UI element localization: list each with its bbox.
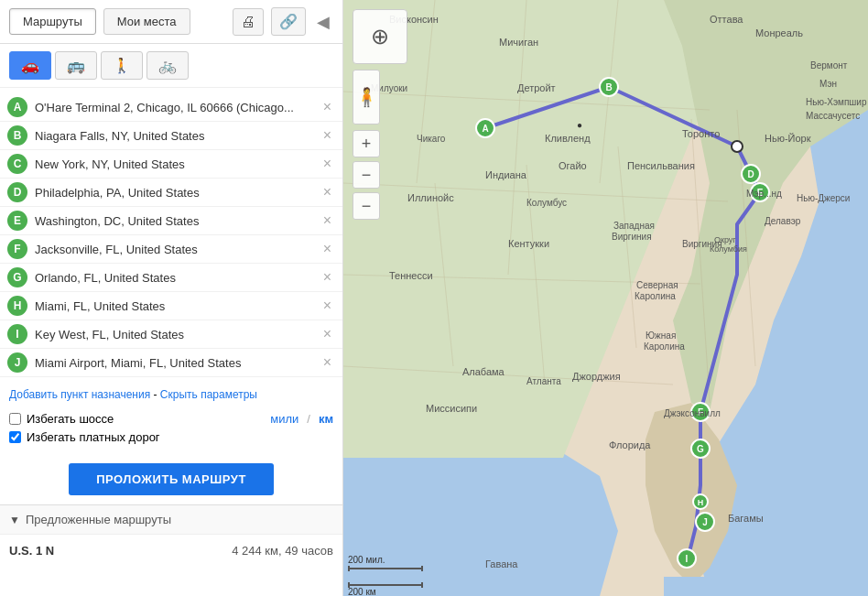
svg-text:D: D (747, 169, 754, 179)
waypoint-close-i[interactable]: × (320, 326, 335, 342)
waypoint-input-i[interactable] (35, 328, 320, 341)
my-places-button[interactable]: Мои места (103, 8, 190, 35)
zoom-out-button[interactable]: − (353, 161, 380, 189)
waypoint-input-b[interactable] (35, 129, 320, 143)
svg-text:I: I (686, 554, 689, 564)
zoom-in-button[interactable]: + (353, 130, 380, 157)
waypoint-input-g[interactable] (35, 271, 320, 285)
waypoint-letter-a: A (7, 97, 27, 117)
avoid-tolls-checkbox[interactable] (9, 431, 21, 443)
svg-text:Массачусетс: Массачусетс (806, 111, 860, 121)
units-sep: / (307, 412, 310, 426)
svg-text:Детройт: Детройт (517, 82, 556, 93)
waypoint-close-j[interactable]: × (320, 354, 335, 371)
map-area[interactable]: A B D E F G H I J Оттав (343, 0, 868, 596)
zoom-extra-button[interactable]: − (353, 192, 380, 220)
waypoint-row: E× (0, 207, 342, 235)
routes-button[interactable]: Маршруты (9, 8, 96, 35)
left-panel: Маршруты Мои места 🖨 🔗 ◀ 🚗 🚌 🚶 🚲 A×B×C×D… (0, 0, 343, 596)
travel-mode-transit[interactable]: 🚌 (55, 51, 97, 80)
waypoint-input-d[interactable] (35, 186, 320, 200)
zoom-controls: + − − (353, 130, 407, 220)
svg-text:Алабама: Алабама (462, 366, 505, 377)
miles-link[interactable]: мили (270, 412, 298, 426)
svg-rect-79 (348, 566, 350, 571)
route-distance: 4 244 км, 49 часов (232, 544, 333, 558)
svg-point-21 (732, 141, 743, 152)
svg-text:Гавана: Гавана (485, 558, 518, 569)
svg-text:Иллинойс: Иллинойс (407, 192, 454, 203)
svg-text:Нью-Джерси: Нью-Джерси (797, 193, 850, 203)
add-destination-link[interactable]: Добавить пункт назначения (9, 388, 150, 401)
travel-mode-walk[interactable]: 🚶 (101, 51, 143, 80)
waypoint-letter-c: C (7, 154, 27, 174)
waypoint-close-d[interactable]: × (320, 184, 335, 200)
svg-text:Нью-Хэмпшир: Нью-Хэмпшир (806, 97, 867, 107)
avoid-highways-label: Избегать шоссе (27, 412, 114, 426)
waypoint-input-f[interactable] (35, 243, 320, 256)
waypoint-close-h[interactable]: × (320, 298, 335, 314)
waypoint-input-e[interactable] (35, 214, 320, 228)
svg-text:A: A (482, 124, 488, 134)
waypoint-row: I× (0, 320, 342, 349)
map-controls: ⊕ 🧍 + − − (353, 9, 407, 220)
svg-text:G: G (697, 444, 704, 454)
svg-text:Оттава: Оттава (710, 14, 743, 25)
svg-text:Виргиния: Виргиния (612, 232, 652, 242)
travel-mode-bike[interactable]: 🚲 (146, 51, 189, 80)
avoid-highways-checkbox[interactable] (9, 413, 21, 425)
svg-text:Чикаго: Чикаго (417, 134, 446, 144)
waypoint-row: G× (0, 264, 342, 292)
collapse-arrow[interactable]: ◀ (313, 8, 333, 36)
svg-text:Западная: Западная (613, 221, 655, 231)
waypoint-input-a[interactable] (35, 101, 320, 114)
waypoint-letter-h: H (7, 296, 27, 316)
svg-text:Индиана: Индиана (485, 169, 527, 180)
svg-rect-82 (348, 584, 421, 586)
svg-text:Северная: Северная (636, 280, 678, 290)
options-section: Избегать шоссе мили / км Избегать платны… (0, 406, 342, 454)
svg-text:Пенсильвания: Пенсильвания (627, 160, 695, 171)
route-result-row: U.S. 1 N 4 244 км, 49 часов (9, 544, 333, 558)
street-view-button[interactable]: 🧍 (353, 70, 380, 125)
travel-modes: 🚗 🚌 🚶 🚲 (0, 44, 342, 88)
waypoint-row: H× (0, 292, 342, 320)
waypoint-close-a[interactable]: × (320, 99, 335, 115)
pan-control[interactable]: ⊕ (353, 9, 407, 64)
svg-text:Колумбус: Колумбус (526, 198, 567, 208)
waypoint-close-f[interactable]: × (320, 241, 335, 257)
svg-text:Южная: Южная (646, 331, 676, 341)
travel-mode-car[interactable]: 🚗 (9, 51, 51, 80)
avoid-highways-row: Избегать шоссе мили / км (9, 412, 333, 426)
waypoint-row: C× (0, 150, 342, 179)
route-name: U.S. 1 N (9, 544, 54, 558)
waypoint-letter-j: J (7, 352, 27, 373)
svg-text:Нью-Йорк: Нью-Йорк (765, 133, 811, 144)
print-button[interactable]: 🖨 (233, 8, 264, 36)
waypoint-letter-b: B (7, 125, 27, 146)
waypoint-close-g[interactable]: × (320, 269, 335, 286)
calculate-route-button[interactable]: ПРОЛОЖИТЬ МАРШРУТ (69, 463, 274, 495)
waypoints-list: A×B×C×D×E×F×G×H×I×J× (0, 88, 342, 383)
suggested-arrow-icon: ▼ (9, 514, 20, 526)
top-nav: Маршруты Мои места 🖨 🔗 ◀ (0, 0, 342, 44)
svg-text:Джэксонвилл: Джэксонвилл (664, 408, 721, 418)
suggested-routes-title: Предложенные маршруты (26, 513, 171, 526)
svg-text:Кентукки: Кентукки (508, 238, 549, 249)
svg-text:Огайо: Огайо (559, 160, 587, 171)
waypoint-close-e[interactable]: × (320, 212, 335, 229)
waypoint-close-b[interactable]: × (320, 127, 335, 144)
avoid-tolls-row: Избегать платных дорог (9, 430, 333, 444)
waypoint-close-c[interactable]: × (320, 156, 335, 172)
waypoint-input-c[interactable] (35, 157, 320, 171)
action-separator: - (154, 388, 160, 401)
link-button[interactable]: 🔗 (271, 7, 306, 36)
suggested-routes-header[interactable]: ▼ Предложенные маршруты (0, 504, 342, 534)
waypoint-input-h[interactable] (35, 299, 320, 313)
waypoint-letter-f: F (7, 239, 27, 259)
svg-text:Мичиган: Мичиган (499, 37, 538, 48)
waypoint-input-j[interactable] (35, 356, 320, 370)
hide-options-link[interactable]: Скрыть параметры (160, 388, 257, 401)
km-link[interactable]: км (319, 412, 333, 426)
route-button-wrap: ПРОЛОЖИТЬ МАРШРУТ (0, 454, 342, 504)
